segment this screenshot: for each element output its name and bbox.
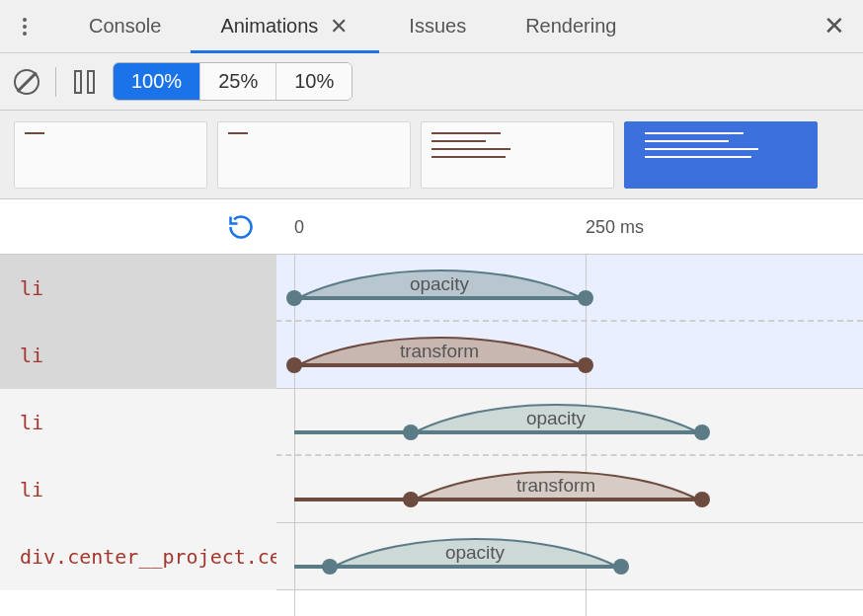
keyframe-handle[interactable] xyxy=(403,424,419,440)
timeline-ruler[interactable]: 0250 ms xyxy=(276,199,863,254)
animation-group-thumbnail[interactable] xyxy=(14,121,207,189)
tab-issues[interactable]: Issues xyxy=(379,0,496,52)
duration-bar[interactable] xyxy=(294,363,586,367)
animation-row[interactable]: litransform xyxy=(0,456,863,523)
keyframe-handle[interactable] xyxy=(322,559,338,575)
keyframe-handle[interactable] xyxy=(286,357,302,373)
element-selector[interactable]: li xyxy=(0,456,276,523)
duration-bar[interactable] xyxy=(294,565,621,569)
replay-icon xyxy=(227,213,255,241)
animation-group-thumbnail[interactable] xyxy=(624,121,818,189)
replay-button[interactable] xyxy=(0,213,276,241)
keyframe-handle[interactable] xyxy=(286,290,302,306)
property-name: opacity xyxy=(445,542,505,564)
timeline-tick: 0 xyxy=(294,216,304,237)
animation-track[interactable]: opacity xyxy=(276,389,863,456)
animation-group-thumbnail[interactable] xyxy=(217,121,411,189)
keyframe-handle[interactable] xyxy=(403,492,419,507)
property-name: transform xyxy=(400,341,479,362)
tab-label: Animations xyxy=(220,15,318,38)
timeline-gridline xyxy=(294,255,295,616)
playback-speed-group: 100%25%10% xyxy=(113,62,353,101)
element-selector[interactable]: li xyxy=(0,389,276,456)
tab-bar: ConsoleAnimations✕IssuesRendering ✕ xyxy=(0,0,863,53)
duration-bar[interactable] xyxy=(294,498,702,501)
animation-rows: liopacitylitransformliopacitylitransform… xyxy=(0,255,863,590)
pause-all-button[interactable] xyxy=(72,68,97,96)
close-panel-button[interactable]: ✕ xyxy=(816,11,853,41)
animation-row[interactable]: liopacity xyxy=(0,389,863,456)
property-name: opacity xyxy=(410,273,469,295)
element-selector[interactable]: li xyxy=(0,255,276,322)
element-selector[interactable]: li xyxy=(0,322,276,389)
keyframe-handle[interactable] xyxy=(694,424,710,440)
animation-track[interactable]: transform xyxy=(276,456,863,523)
animation-groups-filmstrip xyxy=(0,111,863,199)
close-tab-icon[interactable]: ✕ xyxy=(328,14,350,39)
toolbar-divider xyxy=(55,67,56,97)
speed-100[interactable]: 100% xyxy=(114,63,200,100)
keyframe-handle[interactable] xyxy=(694,492,710,507)
element-selector[interactable]: div.center__project.ce xyxy=(0,523,276,590)
animation-row[interactable]: liopacity xyxy=(0,255,863,322)
more-tabs-button[interactable] xyxy=(10,12,39,41)
clear-all-button[interactable] xyxy=(14,69,39,95)
duration-bar[interactable] xyxy=(294,296,586,300)
keyframe-handle[interactable] xyxy=(578,357,593,373)
property-name: transform xyxy=(516,475,595,497)
tab-label: Console xyxy=(89,15,161,38)
timeline-tick: 250 ms xyxy=(586,216,644,237)
animation-track[interactable]: transform xyxy=(276,322,863,389)
tab-animations[interactable]: Animations✕ xyxy=(191,0,379,52)
keyframe-handle[interactable] xyxy=(578,290,593,306)
animation-group-thumbnail[interactable] xyxy=(421,121,614,189)
tab-console[interactable]: Console xyxy=(59,0,191,52)
keyframe-handle[interactable] xyxy=(613,559,629,575)
animation-track[interactable]: opacity xyxy=(276,255,863,322)
animation-track[interactable]: opacity xyxy=(276,523,863,590)
speed-10[interactable]: 10% xyxy=(276,63,352,100)
property-name: opacity xyxy=(526,408,586,429)
animation-row[interactable]: div.center__project.ceopacity xyxy=(0,523,863,590)
timeline-header: 0250 ms xyxy=(0,199,863,255)
speed-25[interactable]: 25% xyxy=(200,63,276,100)
duration-bar[interactable] xyxy=(294,430,702,434)
tab-label: Issues xyxy=(409,15,466,38)
animation-toolbar: 100%25%10% xyxy=(0,53,863,111)
tab-label: Rendering xyxy=(525,15,616,38)
tab-rendering[interactable]: Rendering xyxy=(496,0,646,52)
animation-row[interactable]: litransform xyxy=(0,322,863,389)
